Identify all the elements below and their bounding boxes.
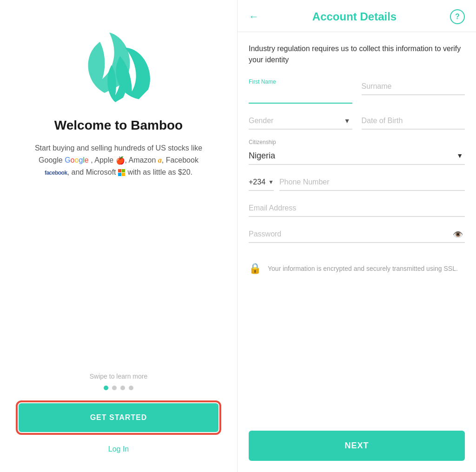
get-started-button[interactable]: GET STARTED (19, 403, 218, 432)
email-group (249, 200, 465, 217)
google-icon: Google (65, 156, 91, 164)
microsoft-icon (118, 169, 126, 177)
left-panel: Welcome to Bamboo Start buying and selli… (0, 0, 237, 472)
password-group: 👁️ (249, 226, 465, 243)
gender-dob-row: Gender Male Female Other ▼ Date of Birth (249, 113, 465, 130)
footer: NEXT (238, 423, 476, 472)
amazon-icon: a (158, 156, 162, 164)
gender-group: Gender Male Female Other ▼ (249, 113, 352, 130)
dob-label: Date of Birth (362, 113, 465, 130)
dob-group: Date of Birth (362, 113, 465, 130)
first-name-label: First Name (249, 79, 352, 85)
dot-1 (104, 386, 108, 390)
dot-4 (129, 386, 133, 390)
header: ← Account Details ? (238, 0, 476, 32)
phone-code-value: +234 (249, 178, 265, 186)
facebook-icon: facebook (45, 170, 67, 176)
password-visibility-toggle[interactable]: 👁️ (453, 229, 463, 240)
citizenship-select[interactable]: Nigeria Ghana Kenya Other (249, 151, 465, 160)
welcome-description: Start buying and selling hundreds of US … (30, 142, 207, 178)
form-content: Industry regulation requires us to colle… (238, 32, 476, 423)
apple-icon: 🍎 (116, 157, 125, 164)
pagination-dots (104, 386, 133, 390)
first-name-group: First Name (249, 79, 352, 104)
first-name-input[interactable] (249, 87, 352, 104)
ssl-text: Your information is encrypted and secure… (268, 264, 458, 274)
phone-number-input[interactable] (279, 174, 465, 191)
swipe-text: Swipe to learn more (90, 373, 148, 380)
next-button[interactable]: NEXT (249, 431, 465, 461)
dot-2 (112, 386, 117, 390)
citizenship-label: Citizenship (249, 139, 465, 145)
right-panel: ← Account Details ? Industry regulation … (237, 0, 476, 472)
regulation-text: Industry regulation requires us to colle… (249, 43, 465, 66)
phone-row: +234 ▼ (249, 174, 465, 191)
password-input[interactable] (249, 226, 465, 243)
lock-icon: 🔒 (249, 262, 261, 276)
back-button[interactable]: ← (249, 11, 259, 23)
app-logo (77, 28, 160, 104)
surname-input[interactable] (362, 79, 465, 95)
welcome-title: Welcome to Bamboo (54, 118, 183, 133)
citizenship-select-wrapper[interactable]: Nigeria Ghana Kenya Other ▼ (249, 147, 465, 165)
citizenship-section: Citizenship Nigeria Ghana Kenya Other ▼ (249, 139, 465, 165)
login-link[interactable]: Log In (108, 445, 129, 453)
gender-select-wrapper[interactable]: Gender Male Female Other ▼ (249, 113, 352, 130)
phone-code-chevron-icon: ▼ (268, 179, 274, 185)
phone-code-selector[interactable]: +234 ▼ (249, 174, 274, 191)
gender-select[interactable]: Gender Male Female Other (249, 117, 352, 125)
surname-group (362, 79, 465, 104)
help-button[interactable]: ? (450, 9, 465, 24)
page-title: Account Details (312, 10, 397, 23)
swipe-section: Swipe to learn more GET STARTED Log In (19, 373, 218, 453)
email-input[interactable] (249, 200, 465, 217)
dot-3 (120, 386, 125, 390)
name-row: First Name (249, 79, 465, 104)
ssl-section: 🔒 Your information is encrypted and secu… (249, 252, 465, 285)
